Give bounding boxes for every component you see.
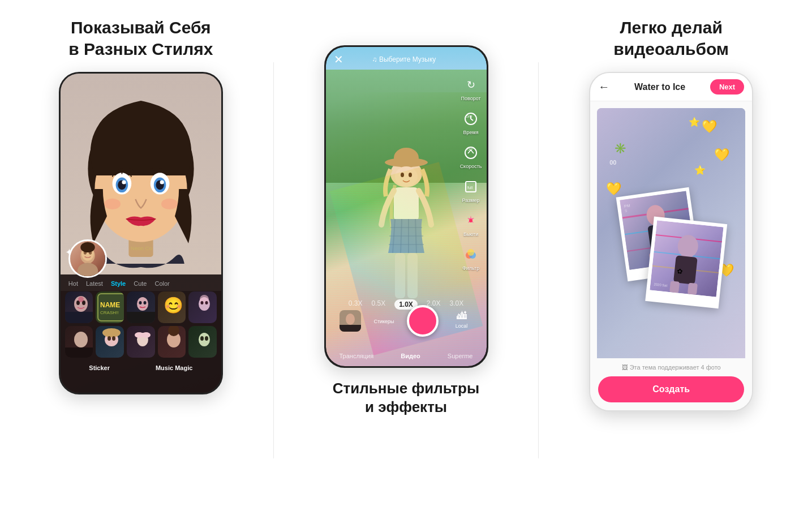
- filter-tab-cute[interactable]: Cute: [131, 279, 149, 288]
- filter-thumb-9[interactable]: [158, 326, 186, 358]
- size-ctrl[interactable]: full Размер: [460, 177, 482, 203]
- svg-text:✿: ✿: [676, 267, 682, 276]
- filter-thumb-4[interactable]: 😊: [158, 291, 186, 323]
- filter-tab-color[interactable]: Color: [152, 279, 171, 288]
- filter-tab-style[interactable]: Style: [109, 279, 128, 288]
- album-title: Water to Ice: [634, 82, 685, 92]
- local-label: Local: [456, 323, 468, 329]
- divider-1: [273, 62, 274, 458]
- phone-mockup-3: ← Water to Ice Next: [589, 72, 753, 411]
- svg-point-29: [139, 301, 142, 304]
- svg-point-49: [200, 336, 204, 341]
- sticker-label: Sticker: [89, 364, 110, 371]
- rotate-icon: ↻: [461, 75, 480, 95]
- supports-text: 🖼 Эта тема поддерживает 4 фото: [598, 364, 744, 371]
- photo-collage: PM S: [597, 108, 745, 380]
- time-label: Время: [463, 130, 479, 135]
- polaroid-2-img: ✿ 2020 Sat: [650, 220, 723, 297]
- camera-controls-right: ↻ Поворот OFF: [460, 75, 482, 271]
- main-container: Показывай Себя в Разных Стилях: [0, 0, 812, 515]
- create-button[interactable]: Создать: [598, 376, 744, 402]
- divider-2: [538, 62, 539, 458]
- svg-point-37: [74, 332, 88, 347]
- sticker-thumb[interactable]: [340, 310, 361, 332]
- svg-text:S: S: [625, 209, 628, 213]
- time-ctrl[interactable]: OFF Время: [460, 109, 482, 135]
- svg-point-79: [346, 314, 355, 325]
- panel-2: ✕ ♫ Выберите Музыку ↻ Поворот: [277, 17, 536, 416]
- nav-video[interactable]: Видео: [401, 353, 420, 359]
- camera-close-btn[interactable]: ✕: [334, 53, 343, 66]
- svg-text:CRASH!!: CRASH!!: [100, 310, 118, 315]
- svg-point-41: [108, 336, 111, 341]
- nav-superme[interactable]: Superme: [448, 353, 473, 359]
- svg-point-35: [201, 301, 204, 304]
- filter-tab-latest[interactable]: Latest: [84, 279, 105, 288]
- phone1-bottom-panel: Hot Latest Style Cute Color: [61, 274, 221, 393]
- svg-point-48: [199, 333, 210, 346]
- svg-point-28: [137, 297, 148, 311]
- svg-point-75: [469, 219, 472, 222]
- filter-tab-hot[interactable]: Hot: [66, 279, 80, 288]
- svg-point-42: [112, 336, 115, 341]
- svg-point-30: [144, 301, 147, 304]
- sticker-group: Стикеры: [373, 317, 394, 324]
- svg-point-11: [104, 199, 121, 209]
- svg-text:Neon Co: Neon Co: [131, 245, 152, 251]
- speed-icon: OFF: [461, 143, 480, 162]
- avatar-inner: [70, 241, 105, 276]
- filter-thumb-2[interactable]: NAME CRASH!!: [96, 291, 124, 323]
- size-icon: full: [461, 177, 480, 196]
- phone3-inner: ← Water to Ice Next: [590, 73, 752, 410]
- svg-point-78: [467, 249, 474, 256]
- nav-broadcast[interactable]: Трансляция: [340, 353, 374, 359]
- phone-mockup-1: Neon Co: [59, 72, 223, 394]
- panel2-subtitle: Стильные фильтры и эффекты: [333, 379, 479, 416]
- svg-point-12: [161, 199, 178, 209]
- next-button[interactable]: Next: [710, 79, 744, 95]
- svg-rect-98: [688, 283, 698, 295]
- panel-3: Легко делай видеоальбом ← Water to Ice N…: [542, 17, 801, 411]
- shutter-row: Стикеры 🏙 Local: [326, 305, 487, 337]
- filter-thumb-6[interactable]: [65, 326, 93, 358]
- beauty-ctrl[interactable]: Бьюти: [460, 211, 482, 237]
- photo-collage-container: PM S: [590, 101, 752, 373]
- shutter-button[interactable]: [407, 305, 439, 337]
- avatar-circle: [68, 239, 107, 278]
- music-magic-label: Music Magic: [156, 364, 192, 371]
- filter-thumb-5[interactable]: [188, 291, 217, 323]
- size-label: Размер: [462, 198, 480, 203]
- filter-thumb-10[interactable]: [188, 326, 217, 358]
- rotate-ctrl[interactable]: ↻ Поворот: [460, 75, 482, 101]
- filter-ctrl[interactable]: Фильтр: [460, 245, 482, 271]
- svg-point-15: [78, 263, 98, 278]
- polaroid-2: ✿ 2020 Sat: [645, 217, 727, 309]
- filter-thumb-3[interactable]: [127, 291, 155, 323]
- filter-thumb-8[interactable]: [127, 326, 155, 358]
- local-group[interactable]: 🏙 Local: [451, 310, 472, 332]
- filter-thumb-7[interactable]: [96, 326, 124, 358]
- panel3-title: Легко делай видеоальбом: [613, 17, 729, 59]
- phone3-header: ← Water to Ice Next: [590, 73, 752, 101]
- svg-line-69: [471, 119, 473, 121]
- back-button[interactable]: ←: [598, 80, 609, 93]
- camera-bg: ✕ ♫ Выберите Музыку ↻ Поворот: [326, 47, 487, 366]
- svg-point-53: [394, 148, 419, 168]
- svg-rect-80: [340, 325, 361, 332]
- filter-thumbs-row1: NAME CRASH!!: [61, 291, 221, 323]
- panel1-title: Показывай Себя в Разных Стилях: [68, 17, 213, 59]
- filter-thumb-1[interactable]: [65, 291, 93, 323]
- svg-text:full: full: [467, 186, 472, 190]
- svg-point-10: [160, 180, 164, 184]
- speed-ctrl[interactable]: OFF Скорость: [460, 143, 482, 169]
- filter-label: Фильтр: [462, 265, 479, 271]
- panel-1: Показывай Себя в Разных Стилях: [11, 17, 270, 394]
- polaroid-text-00: 00: [609, 159, 616, 166]
- svg-text:OFF: OFF: [466, 115, 472, 118]
- svg-point-19: [80, 242, 95, 252]
- beauty-label: Бьюти: [463, 231, 478, 237]
- camera-music-label[interactable]: ♫ Выберите Музыку: [372, 55, 436, 63]
- svg-text:😊: 😊: [164, 296, 183, 315]
- person-figure: [361, 140, 452, 321]
- svg-point-36: [205, 301, 208, 304]
